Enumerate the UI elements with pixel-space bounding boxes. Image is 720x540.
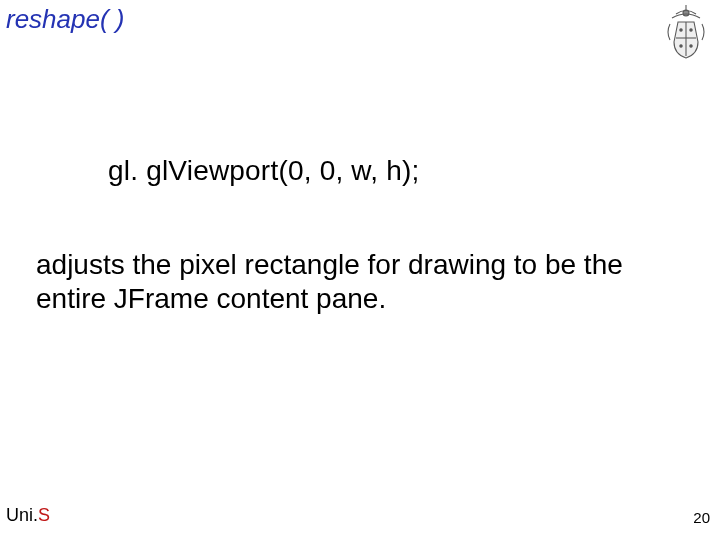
code-snippet: gl. glViewport(0, 0, w, h); bbox=[108, 155, 419, 187]
svg-point-3 bbox=[680, 29, 682, 31]
footer-university-label: Uni.S bbox=[6, 505, 50, 526]
svg-point-5 bbox=[680, 45, 682, 47]
slide-title: reshape( ) bbox=[6, 4, 125, 35]
svg-point-6 bbox=[690, 45, 692, 47]
footer-uni-text: Uni. bbox=[6, 505, 38, 525]
footer-s-text: S bbox=[38, 505, 50, 525]
page-number: 20 bbox=[693, 509, 710, 526]
svg-point-4 bbox=[690, 29, 692, 31]
university-crest-icon bbox=[662, 4, 710, 60]
description-text: adjusts the pixel rectangle for drawing … bbox=[36, 248, 660, 316]
